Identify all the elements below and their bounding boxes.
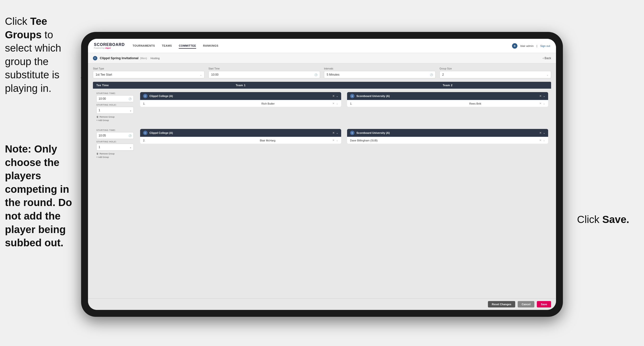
team2-badge-2: S — [350, 131, 354, 135]
team1-name-1: Clippd College (A) — [150, 94, 330, 97]
starting-time-value-1: 10:00 — [98, 97, 106, 100]
user-name: blair admin — [520, 44, 534, 47]
time-icon-1: 🕐 — [128, 97, 132, 100]
start-type-input[interactable]: 1st Tee Start ⌄ — [93, 71, 204, 78]
team1-close-icon-2[interactable]: ✕ — [332, 131, 334, 135]
logo-sub: Powered by clippd — [94, 47, 125, 49]
player-row-2-1: 1. Rees Britt ✕ ⌄ — [347, 100, 548, 107]
team2-column-1: S Scoreboard University (A) ✕ ⌄ 1. Rees … — [344, 90, 551, 124]
start-type-value: 1st Tee Start — [96, 73, 112, 76]
team1-chevron-icon-1[interactable]: ⌄ — [336, 94, 338, 98]
click-save-part1: Click — [577, 214, 602, 225]
player-row-1-2: 2. Blair McHarg ✕ ⌄ — [140, 137, 341, 144]
group-row-2: STARTING TIME: 10:05 🕐 STARTING HOLE: 1 … — [93, 126, 551, 161]
add-group-btn-2[interactable]: + Add Group — [96, 156, 134, 158]
hole-value-1: 1 — [98, 108, 100, 112]
intervals-group: Intervals 5 Minutes 🕐 — [324, 67, 436, 78]
player-actions-2-2: ✕ ⌄ — [539, 139, 545, 142]
team1-card-1: C Clippd College (A) ✕ ⌄ 1. Rich Butler … — [140, 92, 341, 107]
main-content: Start Type 1st Tee Start ⌄ Start Time 10… — [88, 63, 556, 298]
nav-committee[interactable]: COMMITTEE — [179, 43, 196, 49]
remove-icon-2: 🗑 — [96, 152, 98, 155]
click-save-block: Click Save. — [577, 214, 629, 225]
save-button[interactable]: Save — [537, 301, 551, 308]
start-time-group: Start Time 10:00 🕐 — [208, 67, 320, 78]
hole-chevron-1: ⌄ — [130, 109, 132, 112]
team1-card-2: C Clippd College (A) ✕ ⌄ 2. Blair McHarg… — [140, 129, 341, 144]
player-chevron-1-2[interactable]: ⌄ — [336, 139, 338, 142]
start-type-group: Start Type 1st Tee Start ⌄ — [93, 67, 204, 78]
hole-label-2: STARTING HOLE: — [96, 140, 134, 143]
player-close-2-2[interactable]: ✕ — [539, 139, 542, 142]
player-close-1-2[interactable]: ✕ — [332, 139, 334, 142]
tournament-name: Clippd Spring Invitational — [100, 56, 138, 60]
note-text-part1: Note: — [5, 143, 34, 155]
sign-out-link[interactable]: Sign out — [540, 44, 550, 47]
tournament-type: (Men) — [140, 57, 147, 60]
start-time-icon: 🕐 — [314, 73, 317, 76]
remove-label-1: Remove Group — [100, 116, 114, 118]
team2-close-icon-1[interactable]: ✕ — [539, 94, 542, 98]
reset-button[interactable]: Reset Changes — [488, 301, 515, 308]
team2-chevron-icon-1[interactable]: ⌄ — [543, 94, 545, 98]
team2-chevron-icon-2[interactable]: ⌄ — [543, 131, 545, 135]
player-row-1-1: 1. Rich Butler ✕ ⌄ — [140, 100, 341, 107]
bottom-bar: Reset Changes Cancel Save — [88, 298, 556, 310]
remove-group-btn-1[interactable]: 🗑 Remove Group — [96, 116, 134, 118]
hole-input-2[interactable]: 1 ⌄ — [96, 144, 134, 151]
starting-time-label-2: STARTING TIME: — [96, 129, 134, 131]
start-type-chevron: ⌄ — [200, 73, 202, 76]
player-name-1-1: Rich Butler — [262, 102, 275, 105]
logo-title: SCOREBOARD — [94, 43, 125, 47]
intervals-input[interactable]: 5 Minutes 🕐 — [324, 71, 436, 78]
start-time-label: Start Time — [208, 67, 320, 70]
instruction-text-part1: Click — [5, 15, 30, 27]
hole-label-1: STARTING HOLE: — [96, 104, 134, 106]
cancel-button[interactable]: Cancel — [518, 301, 534, 308]
intervals-icon: 🕐 — [430, 73, 433, 76]
player-close-1-1[interactable]: ✕ — [332, 102, 334, 105]
player-chevron-2-1[interactable]: ⌄ — [543, 102, 545, 105]
player-actions-2-1: ✕ ⌄ — [539, 102, 545, 105]
remove-label-2: Remove Group — [100, 152, 114, 155]
group-size-input[interactable]: 2 ⌄ — [440, 71, 551, 78]
nav-teams[interactable]: TEAMS — [162, 43, 172, 49]
team1-actions-2: ✕ ⌄ — [332, 131, 338, 135]
player-chevron-1-1[interactable]: ⌄ — [336, 102, 338, 105]
start-time-input[interactable]: 10:00 🕐 — [208, 71, 320, 78]
team2-close-icon-2[interactable]: ✕ — [539, 131, 542, 135]
start-time-value: 10:00 — [211, 73, 218, 76]
starting-time-input-1[interactable]: 10:00 🕐 — [96, 95, 134, 102]
team1-card-header-2: C Clippd College (A) ✕ ⌄ — [140, 129, 341, 137]
tablet-frame: SCOREBOARD Powered by clippd TOURNAMENTS… — [81, 32, 563, 317]
note-block: Note: Only choose the players competing … — [0, 142, 84, 250]
time-column-2: STARTING TIME: 10:05 🕐 STARTING HOLE: 1 … — [93, 126, 137, 161]
team1-column-2: C Clippd College (A) ✕ ⌄ 2. Blair McHarg… — [137, 126, 344, 161]
player-name-2-1: Rees Britt — [469, 102, 481, 105]
starting-time-input-2[interactable]: 10:05 🕐 — [96, 132, 134, 139]
add-label-2: + Add Group — [96, 156, 109, 158]
time-icon-2: 🕐 — [128, 134, 132, 137]
instruction-block: Click Tee Groups to select which group t… — [0, 15, 79, 95]
group-size-chevron: ⌄ — [546, 73, 548, 76]
add-group-btn-1[interactable]: + Add Group — [96, 119, 134, 122]
team2-name-2: Scoreboard University (A) — [356, 131, 537, 134]
player-row-2-2: Dave Billingham (SUB) ✕ ⌄ — [347, 137, 548, 144]
tablet-screen: SCOREBOARD Powered by clippd TOURNAMENTS… — [88, 39, 556, 310]
nav-right: B blair admin | Sign out — [512, 43, 550, 49]
hosting-badge: Hosting — [150, 57, 160, 60]
remove-group-btn-2[interactable]: 🗑 Remove Group — [96, 152, 134, 155]
team1-chevron-icon-2[interactable]: ⌄ — [336, 131, 338, 135]
player-close-2-1[interactable]: ✕ — [539, 102, 542, 105]
start-settings: Start Type 1st Tee Start ⌄ Start Time 10… — [93, 67, 551, 78]
hole-input-1[interactable]: 1 ⌄ — [96, 107, 134, 114]
group-row-1: STARTING TIME: 10:00 🕐 STARTING HOLE: 1 … — [93, 90, 551, 124]
nav-tournaments[interactable]: TOURNAMENTS — [133, 43, 155, 49]
back-link[interactable]: ‹ Back — [543, 56, 551, 60]
player-chevron-2-2[interactable]: ⌄ — [543, 139, 545, 142]
team1-close-icon-1[interactable]: ✕ — [332, 94, 334, 98]
group-size-group: Group Size 2 ⌄ — [440, 67, 551, 78]
starting-time-value-2: 10:05 — [98, 134, 106, 137]
hole-chevron-2: ⌄ — [130, 146, 132, 149]
nav-rankings[interactable]: RANKINGS — [203, 43, 218, 49]
